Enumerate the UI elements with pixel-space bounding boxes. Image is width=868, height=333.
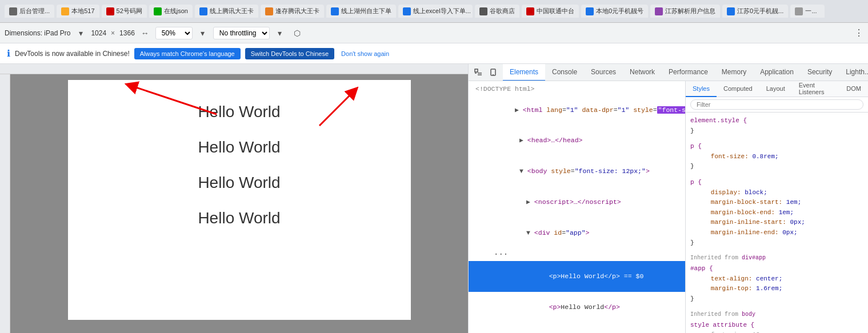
hello-text-2: Hello World bbox=[198, 138, 280, 157]
tab-2[interactable]: 本地517 bbox=[57, 5, 99, 18]
tab-label-14: 一... bbox=[805, 7, 817, 15]
tab-memory[interactable]: Memory bbox=[715, 64, 753, 81]
css-brace-close-3: } bbox=[690, 239, 694, 246]
css-selector-p1: p { bbox=[690, 143, 702, 150]
tab-favicon-8 bbox=[403, 7, 411, 15]
css-p-fontsize: p { font-size: 0.8rem; } bbox=[690, 142, 863, 172]
sub-tab-styles[interactable]: Styles bbox=[686, 81, 717, 97]
css-selector-element: element.style { bbox=[690, 117, 747, 124]
sub-tab-dom[interactable]: DOM bbox=[839, 81, 868, 97]
tab-6[interactable]: 逢存腾讯大王卡 bbox=[261, 5, 324, 18]
devtools-tab-bar: Elements Console Sources Network Perform… bbox=[469, 64, 868, 81]
css-prop-fontsize: font-size: 0.8rem; bbox=[690, 153, 779, 160]
html-p-hello-selected[interactable]: <p>Hello World</p> == $0 bbox=[469, 261, 685, 292]
styles-sub-tab-bar: Styles Computed Layout Event Listeners D… bbox=[686, 81, 868, 97]
tab-lighthouse[interactable]: Lighth... bbox=[839, 64, 868, 81]
tab-label-8: 线上excel导入下单... bbox=[413, 7, 471, 15]
tab-label-10: 中国联通中台 bbox=[537, 7, 574, 15]
tab-favicon-6 bbox=[265, 7, 273, 15]
html-noscript[interactable]: ▶ <noscript>…</noscript> bbox=[469, 187, 685, 218]
tab-favicon-13 bbox=[727, 7, 735, 15]
tab-network[interactable]: Network bbox=[623, 64, 662, 81]
tab-5[interactable]: 线上腾讯大王卡 bbox=[195, 5, 258, 18]
html-p-hello-3[interactable]: <p>Hello World</p> bbox=[469, 323, 685, 334]
css-prop-margin-top: margin-top: 1.6rem; bbox=[690, 285, 782, 292]
tab-9[interactable]: 谷歌商店 bbox=[475, 5, 519, 18]
html-p-hello-2[interactable]: <p>Hello World</p> bbox=[469, 292, 685, 323]
tab-4[interactable]: 在线json bbox=[149, 5, 193, 18]
tab-console[interactable]: Console bbox=[545, 64, 584, 81]
html-tag[interactable]: ▶ <html lang="1" data-dpr="1" style="fon… bbox=[469, 94, 685, 125]
zoom-chevron-icon[interactable]: ▾ bbox=[196, 26, 210, 40]
tab-security[interactable]: Security bbox=[801, 64, 839, 81]
tab-label-3: 52号码网 bbox=[117, 7, 142, 15]
zoom-select[interactable]: 50% 75% 100% bbox=[155, 27, 193, 39]
switch-to-chinese-button[interactable]: Switch DevTools to Chinese bbox=[245, 48, 334, 59]
tab-13[interactable]: 江苏0元手机靓... bbox=[722, 5, 788, 18]
sub-tab-event-listeners[interactable]: Event Listeners bbox=[792, 81, 840, 97]
tab-application[interactable]: Application bbox=[753, 64, 801, 81]
devtools-icon-buttons bbox=[469, 66, 503, 79]
css-prop-margin-block-start: margin-block-start: 1em; bbox=[690, 199, 801, 206]
dismiss-button[interactable]: Don't show again bbox=[341, 50, 389, 57]
tab-elements[interactable]: Elements bbox=[503, 64, 545, 81]
filter-input[interactable] bbox=[690, 99, 863, 110]
html-head[interactable]: ▶ <head>…</head> bbox=[469, 125, 685, 156]
css-app: #app { text-align: center; margin-top: 1… bbox=[690, 264, 863, 304]
dimension-x: × bbox=[110, 29, 116, 37]
notification-text: DevTools is now available in Chinese! bbox=[15, 50, 130, 58]
css-selector-app: #app { bbox=[690, 265, 713, 272]
tab-label-5: 线上腾讯大王卡 bbox=[210, 7, 254, 15]
capture-icon[interactable]: ⬡ bbox=[290, 26, 304, 40]
device-icon[interactable] bbox=[487, 66, 499, 79]
notification-bar: ℹ DevTools is now available in Chinese! … bbox=[0, 43, 868, 64]
inspect-icon[interactable] bbox=[472, 66, 485, 79]
css-brace-close-4: } bbox=[690, 295, 694, 302]
svg-rect-4 bbox=[475, 69, 478, 72]
tab-performance[interactable]: Performance bbox=[662, 64, 715, 81]
html-div-app[interactable]: ▼ <div id="app"> bbox=[469, 217, 685, 248]
info-icon: ℹ bbox=[7, 48, 10, 59]
ruler-left bbox=[0, 74, 10, 333]
filter-row bbox=[686, 97, 868, 113]
css-selector-style-attr: style attribute { bbox=[690, 322, 754, 328]
match-language-button[interactable]: Always match Chrome's language bbox=[134, 48, 241, 59]
tab-10[interactable]: 中国联通中台 bbox=[522, 5, 579, 18]
css-style-attr: style attribute { font-size: 12px; } bbox=[690, 320, 863, 334]
html-tree-panel: <!DOCTYPE html> ▶ <html lang="1" data-dp… bbox=[469, 81, 686, 333]
throttle-chevron-icon[interactable]: ▾ bbox=[273, 26, 287, 40]
tab-3[interactable]: 52号码网 bbox=[102, 5, 147, 18]
tab-sources[interactable]: Sources bbox=[584, 64, 623, 81]
css-prop-display: display: block; bbox=[690, 189, 767, 196]
svg-line-3 bbox=[319, 91, 354, 126]
html-body[interactable]: ▼ <body style="font-size: 12px;"> bbox=[469, 156, 685, 187]
throttle-select[interactable]: No throttling bbox=[213, 27, 270, 39]
more-options-icon[interactable]: ⋮ bbox=[854, 27, 863, 38]
swap-icon[interactable]: ↔ bbox=[138, 26, 152, 40]
styles-panel: Styles Computed Layout Event Listeners D… bbox=[686, 81, 868, 333]
main-area: Hello World Hello World Hello World Hell… bbox=[0, 64, 868, 333]
preview-content: Hello World Hello World Hello World Hell… bbox=[10, 74, 468, 333]
width-value: 1024 bbox=[91, 29, 106, 37]
tab-label-13: 江苏0元手机靓... bbox=[737, 7, 783, 15]
devtools-body: <!DOCTYPE html> ▶ <html lang="1" data-dp… bbox=[469, 81, 868, 333]
tab-11[interactable]: 本地0元手机靓号 bbox=[581, 5, 648, 18]
tab-favicon-12 bbox=[655, 7, 663, 15]
css-element-style: element.style { } bbox=[690, 116, 863, 136]
tab-12[interactable]: 江苏解析用户信息 bbox=[650, 5, 720, 18]
devtools-panel: Elements Console Sources Network Perform… bbox=[468, 64, 868, 333]
sub-tab-layout[interactable]: Layout bbox=[759, 81, 792, 97]
sub-tab-computed[interactable]: Computed bbox=[717, 81, 759, 97]
tab-7[interactable]: 线上湖州自主下单 bbox=[326, 5, 396, 18]
tab-14[interactable]: 一... bbox=[790, 5, 825, 18]
tab-8[interactable]: 线上excel导入下单... bbox=[398, 5, 473, 18]
css-brace-close-1: } bbox=[690, 127, 694, 134]
tab-label-6: 逢存腾讯大王卡 bbox=[275, 7, 319, 15]
tab-favicon-14 bbox=[795, 7, 803, 15]
tab-1[interactable]: 后台管理... bbox=[5, 5, 54, 18]
dimensions-chevron-icon[interactable]: ▾ bbox=[74, 26, 87, 40]
hello-text-3: Hello World bbox=[198, 174, 280, 192]
tab-favicon-9 bbox=[479, 7, 487, 15]
tab-label-4: 在线json bbox=[164, 7, 188, 15]
css-p-display: p { display: block; margin-block-start: … bbox=[690, 178, 863, 248]
